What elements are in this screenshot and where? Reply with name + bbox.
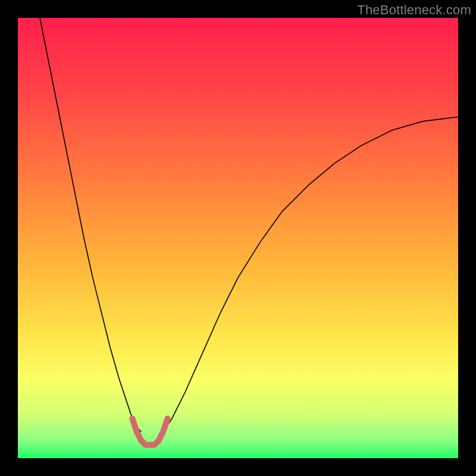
watermark-label: TheBottleneck.com bbox=[357, 2, 471, 18]
plot-area bbox=[18, 18, 458, 458]
chart-svg bbox=[18, 18, 458, 458]
chart-frame: TheBottleneck.com bbox=[0, 0, 476, 476]
